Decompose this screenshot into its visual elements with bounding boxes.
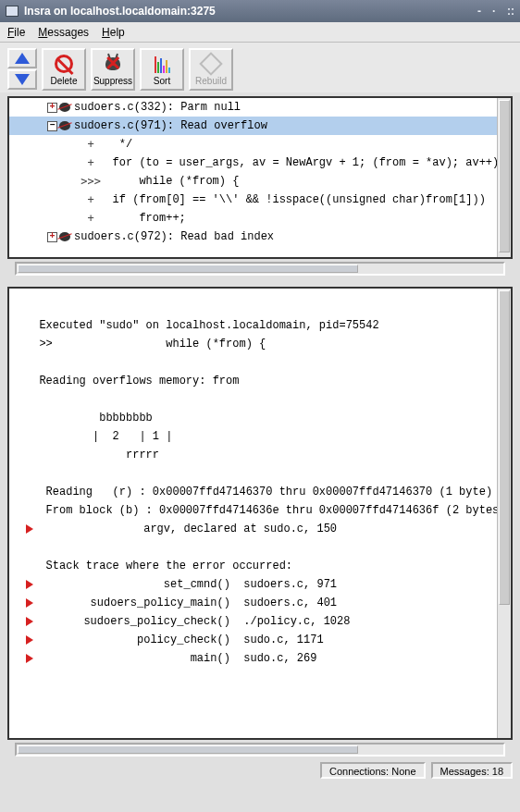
- code-row: + if (from[0] == '\\' && !isspace((unsig…: [9, 191, 497, 209]
- code-margin: >>>: [74, 175, 93, 188]
- details-scrollbar[interactable]: [497, 289, 511, 738]
- sort-label: Sort: [154, 76, 170, 86]
- log-line: Reading overflows memory: from: [26, 372, 494, 390]
- row-text: */: [93, 138, 497, 151]
- window: Insra on localhost.localdomain:3275 - · …: [0, 0, 520, 812]
- expand-icon[interactable]: +: [47, 232, 57, 242]
- menubar: File Messages Help: [0, 22, 520, 43]
- log-line: Reading (r) : 0x00007ffd47146370 thru 0x…: [26, 483, 494, 501]
- arrow-down-icon: [15, 74, 30, 85]
- row-text: if (from[0] == '\\' && !isspace((unsigne…: [93, 193, 497, 206]
- row-text: from++;: [93, 212, 497, 225]
- log-line: main() sudo.c, 269: [26, 649, 494, 668]
- details-hscroll[interactable]: [15, 743, 505, 757]
- details-panel: Executed "sudo" on localhost.localdomain…: [7, 287, 513, 740]
- minimize-button[interactable]: -: [477, 7, 485, 15]
- expand-icon[interactable]: +: [47, 103, 57, 113]
- code-row: + for (to = user_args, av = NewArgv + 1;…: [9, 154, 497, 172]
- delete-button[interactable]: Delete: [42, 48, 86, 91]
- diamond-icon: [199, 52, 222, 75]
- code-margin: +: [74, 138, 93, 151]
- window-icon: [6, 6, 19, 17]
- code-row: + from++;: [9, 209, 497, 228]
- log-line: From block (b) : 0x00007ffd4714636e thru…: [26, 501, 494, 520]
- titlebar[interactable]: Insra on localhost.localdomain:3275 - · …: [0, 0, 520, 22]
- bars-icon: [155, 55, 170, 73]
- row-text: sudoers.c(971): Read overflow: [74, 119, 497, 132]
- code-margin: +: [74, 193, 93, 206]
- log-line: [26, 464, 494, 483]
- cross-icon: ✕: [101, 54, 125, 74]
- log-line: sudoers_policy_main() sudoers.c, 401: [26, 594, 494, 612]
- no-entry-icon: [55, 55, 73, 73]
- arrow-up-icon: [15, 53, 30, 64]
- triangle-icon[interactable]: [26, 635, 33, 645]
- issue-row[interactable]: +sudoers.c(332): Parm null: [9, 98, 497, 117]
- log-line: Executed "sudo" on localhost.localdomain…: [26, 316, 494, 335]
- row-text: while (*from) {: [93, 175, 497, 188]
- log-line: sudoers_policy_check() ./policy.c, 1028: [26, 612, 494, 631]
- delete-label: Delete: [51, 76, 78, 86]
- bug-icon: [59, 103, 70, 112]
- next-button[interactable]: [7, 69, 37, 90]
- log-line: policy_check() sudo.c, 1171: [26, 631, 494, 649]
- menu-file[interactable]: File: [7, 26, 25, 39]
- code-margin: +: [74, 212, 93, 225]
- row-text: for (to = user_args, av = NewArgv + 1; (…: [93, 156, 497, 169]
- menu-help[interactable]: Help: [102, 26, 125, 39]
- log-line: Stack trace where the error occurred:: [26, 557, 494, 575]
- issue-row[interactable]: +sudoers.c(972): Read bad index: [9, 228, 497, 246]
- window-title: Insra on localhost.localdomain:3275: [24, 5, 216, 18]
- row-text: sudoers.c(972): Read bad index: [74, 230, 497, 243]
- triangle-icon[interactable]: [26, 598, 33, 608]
- prev-button[interactable]: [7, 48, 37, 68]
- issues-panel: +sudoers.c(332): Parm null−sudoers.c(971…: [7, 96, 513, 259]
- status-connections: Connections: None: [320, 762, 426, 779]
- log-line: bbbbbbbb: [26, 409, 494, 427]
- toolbar: Delete ✕ Suppress Sort Rebuild: [0, 43, 520, 92]
- row-text: sudoers.c(332): Parm null: [74, 101, 497, 114]
- rebuild-label: Rebuild: [195, 76, 227, 86]
- code-row: + */: [9, 135, 497, 154]
- suppress-button[interactable]: ✕ Suppress: [91, 48, 135, 91]
- log-line: argv, declared at sudo.c, 150: [26, 520, 494, 538]
- suppress-label: Suppress: [93, 76, 132, 86]
- log-line: [26, 538, 494, 557]
- issues-hscroll[interactable]: [15, 262, 505, 276]
- bug-icon: [59, 121, 70, 130]
- log-line: [26, 353, 494, 372]
- menu-messages[interactable]: Messages: [38, 26, 89, 39]
- collapse-icon[interactable]: −: [47, 121, 57, 131]
- triangle-icon[interactable]: [26, 580, 33, 589]
- issues-scrollbar[interactable]: [497, 98, 511, 257]
- issue-row[interactable]: −sudoers.c(971): Read overflow: [9, 117, 497, 135]
- log-line: set_cmnd() sudoers.c, 971: [26, 575, 494, 594]
- bug-icon: [59, 232, 70, 241]
- rebuild-button[interactable]: Rebuild: [189, 48, 233, 91]
- code-row: >>> while (*from) {: [9, 172, 497, 191]
- triangle-icon[interactable]: [26, 617, 33, 626]
- close-button[interactable]: ::: [507, 7, 514, 15]
- triangle-icon[interactable]: [26, 654, 33, 663]
- log-line: | 2 | 1 |: [26, 427, 494, 446]
- sort-button[interactable]: Sort: [140, 48, 184, 91]
- log-line: >> while (*from) {: [26, 335, 494, 353]
- status-messages: Messages: 18: [431, 762, 513, 779]
- maximize-button[interactable]: ·: [492, 7, 500, 15]
- code-margin: +: [74, 156, 93, 169]
- log-line: [26, 298, 494, 316]
- log-line: [26, 668, 494, 686]
- statusbar: Connections: None Messages: 18: [0, 760, 520, 781]
- triangle-icon[interactable]: [26, 524, 33, 534]
- log-line: [26, 390, 494, 409]
- log-line: rrrrr: [26, 446, 494, 464]
